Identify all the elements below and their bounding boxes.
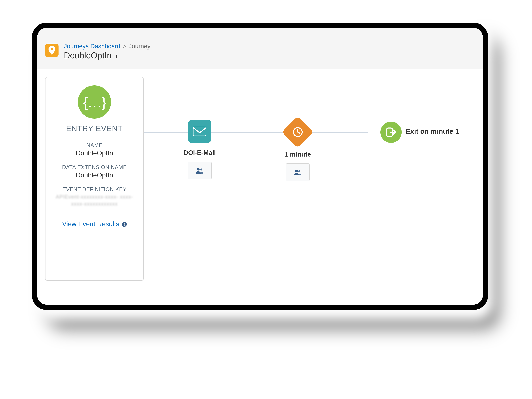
api-event-icon: {…} [78, 85, 111, 119]
email-icon [188, 120, 211, 143]
breadcrumb-separator: > [123, 43, 126, 50]
svg-rect-1 [193, 127, 206, 136]
info-icon[interactable]: i [122, 222, 127, 227]
wait-contacts-button[interactable] [286, 163, 310, 181]
entry-name-value: DoubleOptIn [76, 149, 113, 157]
app-screen: Journeys Dashboard > Journey DoubleOptIn… [37, 28, 483, 304]
breadcrumb: Journeys Dashboard > Journey [64, 43, 150, 50]
view-event-results-link[interactable]: View Event Results i [62, 220, 127, 228]
exit-node[interactable]: Exit on minute 1 [380, 120, 459, 143]
email-node-label: DOI-E-Mail [184, 149, 216, 156]
journey-icon [45, 44, 58, 57]
svg-point-2 [197, 168, 200, 171]
tablet-frame: Journeys Dashboard > Journey DoubleOptIn… [32, 23, 488, 310]
page-title: DoubleOptIn [64, 51, 112, 60]
entry-name-label: NAME [76, 142, 113, 148]
breadcrumb-parent: Journey [129, 43, 150, 50]
entry-de-value: DoubleOptIn [62, 171, 127, 179]
people-icon [196, 167, 204, 174]
entry-key-label: EVENT DEFINITION KEY [50, 186, 139, 192]
email-activity-node[interactable]: DOI-E-Mail [184, 120, 216, 179]
entry-event-card[interactable]: {…} ENTRY EVENT NAME DoubleOptIn DATA EX… [45, 77, 144, 281]
entry-event-title: ENTRY EVENT [66, 124, 123, 133]
connector-line [144, 132, 368, 133]
svg-point-3 [200, 169, 202, 171]
page-header: Journeys Dashboard > Journey DoubleOptIn… [37, 28, 483, 69]
wait-activity-node[interactable]: 1 minute [285, 120, 311, 181]
exit-node-label: Exit on minute 1 [406, 127, 459, 135]
entry-key-value: APIEvent-xxxxxxxx-xxxx- xxxx-xxxx-xxxxxx… [50, 193, 139, 208]
view-results-text: View Event Results [62, 220, 119, 228]
svg-point-0 [51, 48, 53, 50]
svg-point-6 [298, 170, 300, 172]
email-contacts-button[interactable] [188, 162, 212, 179]
svg-point-5 [295, 170, 298, 172]
wait-icon [282, 116, 314, 148]
wait-node-label: 1 minute [285, 151, 311, 158]
breadcrumb-root-link[interactable]: Journeys Dashboard [64, 43, 120, 50]
entry-de-label: DATA EXTENSION NAME [62, 164, 127, 170]
exit-icon [380, 121, 402, 143]
people-icon [294, 169, 302, 175]
journey-flow: DOI-E-Mail [144, 120, 475, 146]
journey-canvas[interactable]: {…} ENTRY EVENT NAME DoubleOptIn DATA EX… [37, 69, 483, 304]
version-dropdown-chevron-icon[interactable]: › [115, 51, 118, 60]
